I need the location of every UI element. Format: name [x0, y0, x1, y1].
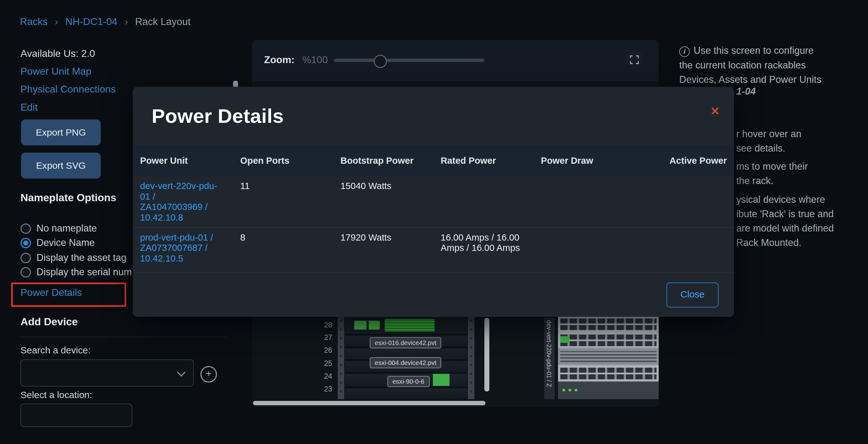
column-header-power-unit: Power Unit: [140, 155, 240, 166]
rack-photo-server: [558, 381, 659, 399]
available-us-label: Available Us: 2.0: [21, 48, 95, 60]
breadcrumb-separator: ›: [55, 16, 58, 27]
zoom-slider-track[interactable]: [334, 59, 485, 62]
rack-photo-detail: [562, 389, 565, 391]
rack-rail-left: [338, 316, 344, 399]
rack-photo-detail: [560, 374, 657, 379]
radio-device-name[interactable]: Device Name: [21, 236, 95, 250]
device-green-module: [369, 320, 380, 329]
power-unit-link[interactable]: prod-vert-pdu-01 / ZA0737007687 / 10.42.…: [140, 232, 218, 264]
rack-unit-number: 28: [315, 320, 332, 329]
table-header-row: Power Unit Open Ports Bootstrap Power Ra…: [133, 145, 734, 176]
rack-photo-detail: [560, 341, 657, 346]
rack-photo-server: [558, 316, 659, 332]
rack-photo-detail: [560, 318, 657, 323]
table-row: prod-vert-pdu-01 / ZA0737007687 / 10.42.…: [133, 228, 734, 272]
zoom-slider-thumb[interactable]: [374, 55, 387, 68]
rack-rail-right: [468, 316, 474, 399]
device-green-module: [354, 320, 367, 329]
breadcrumb-rack-name[interactable]: NH-DC1-04: [65, 16, 117, 27]
table-row: dev-vert-220v-pdu-01 / ZA1047003969 / 10…: [133, 176, 734, 228]
bootstrap-power-cell: 15040 Watts: [341, 181, 440, 223]
info-text-fragment: see details.: [736, 143, 785, 155]
rack-unit-number: 24: [315, 372, 332, 381]
plus-icon: +: [206, 368, 212, 379]
radio-label: No nameplate: [37, 223, 97, 234]
open-ports-cell: 11: [240, 181, 340, 223]
radio-no-nameplate[interactable]: No nameplate: [21, 221, 97, 236]
device-nameplate[interactable]: esxi-90-0-6: [388, 376, 429, 387]
sidebar-divider: [20, 337, 227, 337]
bootstrap-power-cell: 17920 Watts: [341, 232, 440, 268]
canvas-vertical-scrollbar-thumb[interactable]: [484, 318, 489, 391]
export-svg-button[interactable]: Export SVG: [21, 152, 101, 178]
rack-photo-detail: [560, 325, 657, 330]
zoom-toolbar: Zoom: %100: [252, 40, 659, 80]
column-header-open-ports: Open Ports: [240, 155, 340, 166]
column-header-active-power: Active Power: [641, 155, 727, 166]
rack-photo-detail: [560, 335, 657, 340]
info-text-fragment: ibute 'Rack' is true and: [736, 208, 834, 220]
rack-unit-number: 25: [315, 359, 332, 368]
breadcrumb-separator: ›: [125, 16, 128, 27]
info-text-fragment: Rack Mounted.: [736, 237, 801, 249]
vertical-pdu[interactable]: dev-vert-220v-pdu-01 / Z: [544, 318, 555, 399]
info-text: Use this screen to configure: [693, 45, 814, 56]
zoom-value: %100: [302, 54, 328, 66]
fullscreen-icon: [630, 55, 639, 64]
close-button[interactable]: Close: [666, 282, 718, 307]
power-unit-map-link[interactable]: Power Unit Map: [21, 66, 92, 77]
radio-serial-number[interactable]: Display the serial num: [21, 265, 132, 279]
search-device-select[interactable]: [21, 359, 194, 386]
radio-icon: [21, 223, 31, 234]
chevron-down-icon: [177, 368, 186, 377]
open-ports-cell: 8: [240, 232, 340, 268]
device-green-panel: [433, 374, 449, 386]
select-location-select[interactable]: [21, 404, 132, 427]
info-rack-name-fragment: 1-04: [736, 86, 756, 97]
rack-photo-detail: [560, 368, 657, 373]
info-text-fragment: are model with defined: [736, 223, 834, 234]
canvas-horizontal-scrollbar-thumb[interactable]: [253, 401, 486, 405]
edit-link[interactable]: Edit: [21, 102, 38, 113]
radio-label: Display the asset tag: [37, 252, 127, 263]
zoom-label: Zoom:: [264, 54, 294, 66]
info-text-fragment: ysical devices where: [736, 194, 825, 206]
rack-photo-detail: [560, 336, 569, 343]
highlight-box: [11, 282, 126, 307]
rack-device-face[interactable]: [344, 387, 468, 399]
power-draw-cell: [541, 232, 641, 268]
radio-icon: [21, 267, 31, 277]
active-power-cell: [641, 232, 727, 268]
select-location-label: Select a location:: [21, 390, 92, 401]
radio-icon-selected: [21, 237, 31, 248]
info-text-fragment: the rack.: [736, 175, 774, 187]
info-panel: iUse this screen to configure the curren…: [679, 43, 862, 87]
column-header-rated-power: Rated Power: [440, 155, 540, 166]
fullscreen-button[interactable]: [625, 50, 644, 69]
radio-asset-tag[interactable]: Display the asset tag: [21, 250, 127, 265]
info-icon: i: [679, 46, 690, 57]
pdu-vertical-label: dev-vert-220v-pdu-01 / Z: [544, 318, 553, 387]
breadcrumb-racks[interactable]: Racks: [20, 16, 48, 27]
radio-icon: [21, 252, 31, 263]
close-icon[interactable]: ✕: [710, 104, 720, 117]
rated-power-cell: 16.00 Amps / 16.00 Amps / 16.00 Amps: [440, 232, 526, 253]
radio-label: Device Name: [37, 237, 95, 248]
info-text-fragment: r hover over an: [736, 128, 801, 140]
rack-photo-server: [558, 348, 659, 365]
rack-photo-server: [558, 365, 659, 381]
device-nameplate[interactable]: esxi-004.device42.pvt: [370, 357, 441, 368]
add-device-button[interactable]: +: [200, 366, 217, 382]
active-power-cell: [641, 181, 727, 223]
search-device-label: Search a device:: [21, 345, 91, 356]
breadcrumb: Racks › NH-DC1-04 › Rack Layout: [20, 16, 191, 28]
export-png-button[interactable]: Export PNG: [21, 119, 101, 145]
nameplate-options-heading: Nameplate Options: [21, 192, 117, 204]
power-unit-link[interactable]: dev-vert-220v-pdu-01 / ZA1047003969 / 10…: [140, 181, 218, 223]
physical-connections-link[interactable]: Physical Connections: [21, 83, 116, 95]
column-header-bootstrap-power: Bootstrap Power: [341, 155, 440, 166]
breadcrumb-current: Rack Layout: [135, 16, 190, 27]
device-nameplate[interactable]: esxi-016.device42.pvt: [370, 337, 441, 348]
radio-label: Display the serial num: [37, 266, 132, 278]
